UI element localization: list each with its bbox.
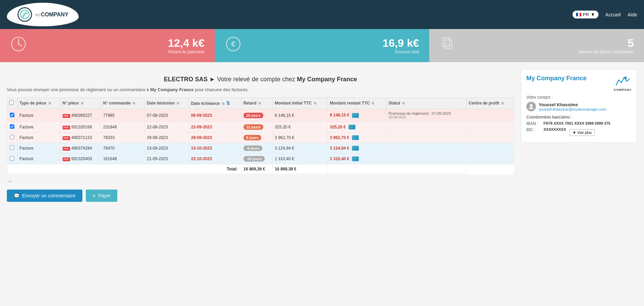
row-montant-initial: 1 310,40 € — [273, 154, 328, 164]
status-text: Promesse de règlement : 27-09-2023 — [389, 111, 464, 115]
svg-point-11 — [530, 104, 533, 107]
sort-icon-retard[interactable]: ⇅ — [258, 101, 261, 105]
row-checkbox-cell[interactable] — [7, 133, 17, 143]
table-row: Facture PDF501320403 161648 21-09-2023 2… — [7, 154, 514, 164]
stat-content-encours: 16,9 k€ Encours total — [383, 37, 419, 54]
sort-icon-echeance[interactable]: ⇅ — [222, 102, 224, 106]
lang-label: FR — [583, 12, 589, 17]
delay-badge: 6 jours — [244, 135, 261, 140]
th-numero: N° pièce ⇅ — [60, 98, 101, 109]
row-checkbox[interactable] — [10, 145, 14, 150]
stat-content-pieces: 5 Nombre de pièces comptables — [578, 37, 634, 54]
th-montant-initial: Montant initial TTC ⇅ — [273, 98, 328, 109]
svg-line-4 — [18, 44, 22, 46]
row-type: Facture — [17, 143, 61, 154]
row-type: Facture — [17, 154, 61, 164]
sort-icon-centre[interactable]: ⇅ — [501, 101, 504, 105]
sort-icon-statut[interactable]: ⇅ — [402, 101, 405, 105]
row-checkbox[interactable] — [10, 135, 14, 139]
pdf-icon[interactable]: PDF — [63, 126, 70, 129]
row-checkbox[interactable] — [10, 113, 14, 117]
sort-icon-montant-restant[interactable]: ⇅ — [371, 101, 374, 105]
table-row: Facture PDF490365227 77985 07-08-2023 06… — [7, 109, 514, 122]
th-statut: Statut ⇅ — [386, 98, 466, 109]
row-checkbox[interactable] — [10, 156, 14, 161]
company-logo-box: COMPANY — [614, 74, 632, 92]
row-checkbox-cell[interactable] — [7, 154, 17, 164]
company-name: My Company France — [526, 74, 587, 82]
logo-text: MYCOMPANY — [35, 12, 68, 18]
row-echeance: 28-09-2023 — [189, 133, 241, 143]
sort-icon-type[interactable]: ⇅ — [48, 101, 51, 105]
aide-link[interactable]: Aide — [628, 12, 637, 17]
pdf-icon[interactable]: PDF — [63, 157, 70, 161]
bic-value: XXXXXXXXX — [543, 127, 566, 136]
row-montant-restant: 3 962,70 € — [328, 133, 386, 143]
sort-icon-commande[interactable]: ⇅ — [132, 101, 135, 105]
row-montant-initial: 325,20 € — [273, 122, 328, 133]
flag-icon: 🇫🇷 — [576, 12, 581, 17]
pdf-icon[interactable]: PDF — [63, 147, 70, 151]
stat-value-pieces: 5 — [578, 37, 634, 50]
total-label: Total: — [7, 164, 241, 174]
row-emission: 22-08-2023 — [145, 122, 189, 133]
row-retard: -18 jours — [241, 154, 273, 164]
row-commande: 78470 — [101, 143, 145, 154]
row-statut: Promesse de règlement : 27-09-2023 20-09… — [386, 109, 466, 122]
card-icon — [352, 156, 359, 161]
chevron-down-icon: ▼ — [573, 130, 576, 135]
accueil-link[interactable]: Accueil — [605, 12, 621, 17]
row-centre — [466, 109, 514, 122]
stat-card-retard: 12,4 k€ Retard de paiement — [0, 29, 215, 62]
select-all-checkbox[interactable] — [9, 100, 14, 105]
right-panel: My Company France COMPANY Votre contact … — [521, 69, 637, 143]
th-echeance: Date échéance ⇅ ⇅ — [189, 98, 241, 109]
scroll-right-icon[interactable]: → — [7, 178, 12, 184]
contact-email: youssef.khassime@mydsomanager.com — [539, 107, 606, 111]
row-numero: PDF490371123 — [60, 133, 101, 143]
sort-icon-emission[interactable]: ⇅ — [176, 101, 179, 105]
th-type: Type de pièce ⇅ — [17, 98, 61, 109]
row-retard: 6 jours — [241, 133, 273, 143]
row-checkbox[interactable] — [10, 124, 14, 129]
card-icon — [352, 135, 359, 140]
comment-button[interactable]: 💬 Envoyer un commentaire — [7, 190, 82, 202]
filter-icon-echeance[interactable]: ⇅ — [226, 100, 230, 106]
th-select-all[interactable] — [7, 98, 17, 109]
row-checkbox-cell[interactable] — [7, 143, 17, 154]
pdf-icon[interactable]: PDF — [63, 136, 70, 140]
stat-value-retard: 12,4 k€ — [168, 37, 205, 50]
th-emission: Date émission ⇅ — [145, 98, 189, 109]
header: MYCOMPANY 🇫🇷 FR ▼ Accueil Aide — [0, 0, 644, 29]
total-restant: 16 869,39 € — [273, 164, 328, 174]
row-checkbox-cell[interactable] — [7, 109, 17, 122]
row-statut — [386, 154, 466, 164]
page-subtitle: Vous pouvez envoyer une promesse de règl… — [7, 87, 514, 92]
row-checkbox-cell[interactable] — [7, 122, 17, 133]
row-montant-initial: 8 146,15 € — [273, 109, 328, 122]
row-commande: 161648 — [101, 154, 145, 164]
comment-icon: 💬 — [14, 193, 19, 198]
row-echeance: 06-09-2023 — [189, 109, 241, 122]
language-button[interactable]: 🇫🇷 FR ▼ — [573, 11, 599, 18]
row-montant-restant: 8 146,15 € — [328, 109, 386, 122]
row-statut — [386, 143, 466, 154]
status-date: 20-09-2023 — [389, 115, 464, 119]
company-header: My Company France COMPANY — [526, 74, 632, 92]
table-row: Facture PDF501320169 231848 22-08-2023 2… — [7, 122, 514, 133]
company-entity: ELECTRO SAS — [164, 76, 208, 83]
iban-row: IBAN : FR76 XXXX 7001 XXXX 5999 5999 375 — [526, 121, 632, 126]
pdf-icon[interactable]: PDF — [63, 114, 70, 118]
sort-icon-numero[interactable]: ⇅ — [81, 101, 83, 105]
sort-icon-montant-initial[interactable]: ⇅ — [314, 101, 316, 105]
row-echeance: 22-09-2023 — [189, 122, 241, 133]
euro-icon: € — [225, 36, 241, 55]
row-echeance: 22-10-2023 — [189, 154, 241, 164]
total-row: Total: 16 869,39 € 16 869,39 € — [7, 164, 514, 174]
pay-button[interactable]: ≡ Payer — [86, 190, 118, 202]
company-logo-text: COMPANY — [614, 88, 632, 92]
voir-plus-button[interactable]: ▼ Voir plus — [569, 129, 595, 136]
row-numero: PDF490365227 — [60, 109, 101, 122]
delay-badge: -9 jours — [244, 145, 263, 151]
contact-row: Youssef Khassime youssef.khassime@mydsom… — [526, 102, 632, 111]
